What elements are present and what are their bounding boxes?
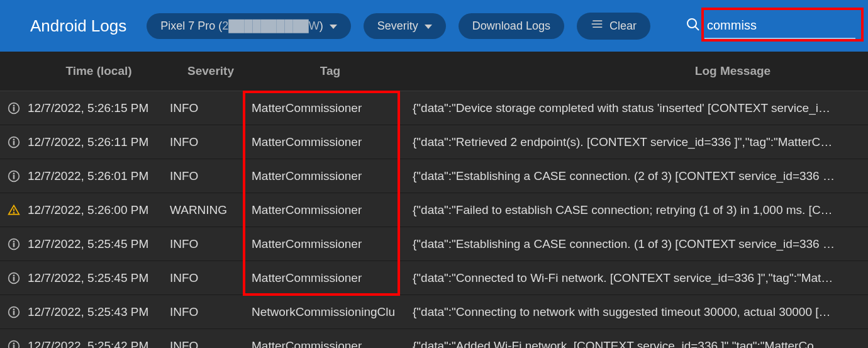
log-row[interactable]: 12/7/2022, 5:25:45 PMINFOMatterCommissio…	[0, 261, 868, 295]
svg-rect-21	[13, 275, 14, 276]
cell-severity: INFO	[170, 135, 252, 149]
info-icon	[0, 102, 28, 115]
chevron-down-icon	[330, 25, 337, 29]
column-message: Log Message	[598, 64, 868, 78]
cell-severity: INFO	[170, 169, 252, 183]
svg-rect-7	[13, 105, 14, 106]
svg-rect-27	[13, 343, 14, 344]
clear-label: Clear	[609, 20, 637, 33]
cell-severity: WARNING	[170, 203, 252, 217]
table-header: Time (local) Severity Tag Log Message	[0, 52, 868, 91]
column-severity: Severity	[170, 64, 252, 78]
svg-rect-24	[13, 309, 14, 310]
column-time: Time (local)	[28, 64, 170, 78]
cell-time: 12/7/2022, 5:25:42 PM	[28, 339, 170, 349]
svg-rect-20	[13, 277, 14, 281]
svg-rect-23	[13, 311, 14, 315]
search-container	[686, 13, 855, 39]
cell-time: 12/7/2022, 5:26:01 PM	[28, 169, 170, 183]
download-label: Download Logs	[472, 20, 550, 33]
info-icon	[0, 306, 28, 318]
svg-rect-9	[13, 141, 14, 145]
cell-tag: MatterCommissioner	[252, 237, 409, 251]
severity-label: Severity	[377, 20, 418, 33]
cell-tag: MatterCommissioner	[252, 271, 409, 285]
cell-severity: INFO	[170, 271, 252, 285]
cell-message: {"data":"Establishing a CASE connection.…	[409, 169, 858, 183]
cell-severity: INFO	[170, 339, 252, 349]
svg-rect-15	[13, 212, 14, 213]
cell-message: {"data":"Failed to establish CASE connec…	[409, 203, 858, 217]
download-logs-button[interactable]: Download Logs	[459, 13, 564, 39]
clear-button[interactable]: Clear	[577, 13, 650, 40]
cell-time: 12/7/2022, 5:25:45 PM	[28, 237, 170, 251]
cell-tag: NetworkCommissioningClu	[252, 305, 409, 319]
column-tag: Tag	[252, 64, 409, 78]
cell-severity: INFO	[170, 101, 252, 115]
log-row[interactable]: 12/7/2022, 5:26:00 PMWARNINGMatterCommis…	[0, 193, 868, 227]
search-icon	[686, 17, 701, 35]
log-row[interactable]: 12/7/2022, 5:25:42 PMINFOMatterCommissio…	[0, 329, 868, 348]
cell-tag: MatterCommissioner	[252, 339, 409, 349]
device-label: Pixel 7 Pro (2██████████W)	[160, 20, 323, 33]
severity-filter[interactable]: Severity	[364, 13, 446, 39]
info-icon	[0, 170, 28, 182]
info-icon	[0, 136, 28, 149]
svg-rect-26	[13, 345, 14, 348]
header-bar: Android Logs Pixel 7 Pro (2██████████W) …	[0, 0, 868, 52]
cell-message: {"data":"Added Wi-Fi network. [CONTEXT s…	[409, 339, 858, 349]
svg-rect-10	[13, 139, 14, 140]
cell-time: 12/7/2022, 5:25:45 PM	[28, 271, 170, 285]
info-icon	[0, 238, 28, 250]
cell-severity: INFO	[170, 305, 252, 319]
warning-icon	[0, 204, 28, 216]
cell-message: {"data":"Retrieved 2 endpoint(s). [CONTE…	[409, 135, 858, 149]
info-icon	[0, 340, 28, 349]
svg-rect-13	[13, 173, 14, 174]
log-row[interactable]: 12/7/2022, 5:26:15 PMINFOMatterCommissio…	[0, 91, 868, 125]
cell-tag: MatterCommissioner	[252, 101, 409, 115]
logs-container: 12/7/2022, 5:26:15 PMINFOMatterCommissio…	[0, 91, 868, 348]
log-row[interactable]: 12/7/2022, 5:25:43 PMINFONetworkCommissi…	[0, 295, 868, 329]
clear-icon	[591, 19, 603, 33]
info-icon	[0, 272, 28, 284]
cell-tag: MatterCommissioner	[252, 203, 409, 217]
cell-time: 12/7/2022, 5:25:43 PM	[28, 305, 170, 319]
cell-message: {"data":"Connected to Wi-Fi network. [CO…	[409, 271, 858, 285]
cell-time: 12/7/2022, 5:26:11 PM	[28, 135, 170, 149]
page-title: Android Logs	[30, 16, 126, 36]
chevron-down-icon	[425, 25, 432, 29]
cell-tag: MatterCommissioner	[252, 135, 409, 149]
cell-time: 12/7/2022, 5:26:15 PM	[28, 101, 170, 115]
log-row[interactable]: 12/7/2022, 5:25:45 PMINFOMatterCommissio…	[0, 227, 868, 261]
cell-message: {"data":"Connecting to network with sugg…	[409, 305, 858, 319]
device-selector[interactable]: Pixel 7 Pro (2██████████W)	[147, 13, 351, 39]
svg-rect-6	[13, 107, 14, 111]
search-input[interactable]	[704, 13, 855, 39]
log-row[interactable]: 12/7/2022, 5:26:11 PMINFOMatterCommissio…	[0, 125, 868, 159]
svg-rect-18	[13, 241, 14, 242]
cell-message: {"data":"Device storage completed with s…	[409, 101, 858, 115]
svg-line-4	[695, 26, 699, 30]
svg-point-3	[687, 19, 696, 28]
cell-message: {"data":"Establishing a CASE connection.…	[409, 237, 858, 251]
cell-severity: INFO	[170, 237, 252, 251]
cell-time: 12/7/2022, 5:26:00 PM	[28, 203, 170, 217]
svg-rect-12	[13, 175, 14, 179]
svg-rect-17	[13, 243, 14, 247]
log-row[interactable]: 12/7/2022, 5:26:01 PMINFOMatterCommissio…	[0, 159, 868, 193]
cell-tag: MatterCommissioner	[252, 169, 409, 183]
